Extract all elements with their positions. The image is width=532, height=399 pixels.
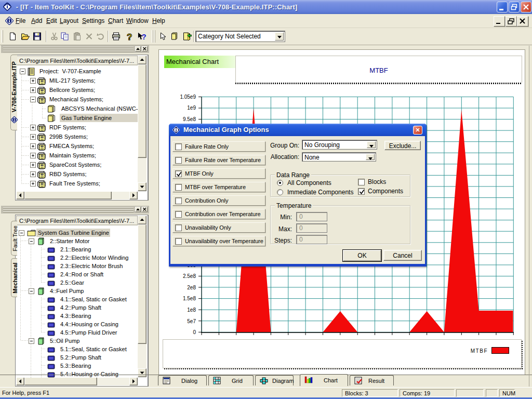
svg-text:?: ?	[142, 32, 147, 41]
svg-text:?: ?	[127, 32, 132, 41]
